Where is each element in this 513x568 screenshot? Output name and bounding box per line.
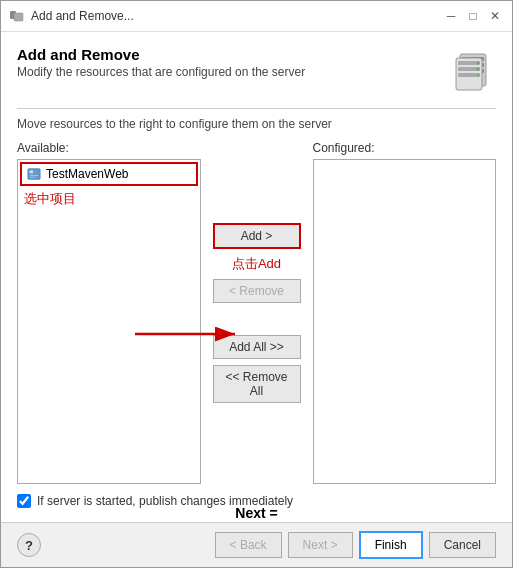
window-controls: ─ □ ✕ [442,7,504,25]
svg-rect-15 [30,175,39,176]
available-label: Available: [17,141,201,155]
header-divider [17,108,496,109]
titlebar: Add and Remove... ─ □ ✕ [1,1,512,32]
select-annotation: 选中项目 [24,191,76,206]
instruction-text: Move resources to the right to configure… [17,117,496,131]
window-icon [9,8,25,24]
publish-checkbox[interactable] [17,494,31,508]
middle-buttons-column: Add > 点击Add < Remove Add All >> << Remov… [201,141,313,484]
maximize-button[interactable]: □ [464,7,482,25]
cancel-button[interactable]: Cancel [429,532,496,558]
svg-rect-14 [30,171,34,174]
svg-point-11 [477,68,480,71]
dialog-content: Add and Remove Modify the resources that… [1,32,512,522]
dialog-header: Add and Remove Modify the resources that… [17,46,496,94]
configured-label: Configured: [313,141,497,155]
finish-button[interactable]: Finish [359,531,423,559]
remove-all-button[interactable]: << Remove All [213,365,301,403]
back-button[interactable]: < Back [215,532,282,558]
list-item[interactable]: TestMavenWeb [20,162,198,186]
available-column: Available: TestMavenWeb 选中项目 [17,141,201,484]
svg-rect-13 [28,169,40,180]
server-icon [448,46,496,94]
footer-buttons: < Back Next > Finish Cancel [215,531,496,559]
dialog-subtitle: Modify the resources that are configured… [17,65,305,79]
svg-rect-1 [14,13,23,21]
help-button[interactable]: ? [17,533,41,557]
columns-area: Available: TestMavenWeb 选中项目 [17,141,496,484]
list-item-text: TestMavenWeb [46,167,128,181]
footer: ? Next = < Back Next > Finish Cancel [1,522,512,567]
next-button[interactable]: Next > [288,532,353,558]
dialog-title: Add and Remove [17,46,305,63]
click-add-annotation: 点击Add [232,255,281,273]
svg-point-10 [477,62,480,65]
svg-rect-16 [30,177,36,178]
remove-button[interactable]: < Remove [213,279,301,303]
configured-list[interactable] [313,159,497,484]
project-icon [26,166,42,182]
close-button[interactable]: ✕ [486,7,504,25]
configured-column: Configured: [313,141,497,484]
window-title: Add and Remove... [31,9,436,23]
add-all-button[interactable]: Add All >> [213,335,301,359]
add-button[interactable]: Add > [213,223,301,249]
minimize-button[interactable]: ─ [442,7,460,25]
available-list[interactable]: TestMavenWeb 选中项目 [17,159,201,484]
next-eq-annotation: Next = [235,505,277,521]
svg-point-12 [477,74,480,77]
